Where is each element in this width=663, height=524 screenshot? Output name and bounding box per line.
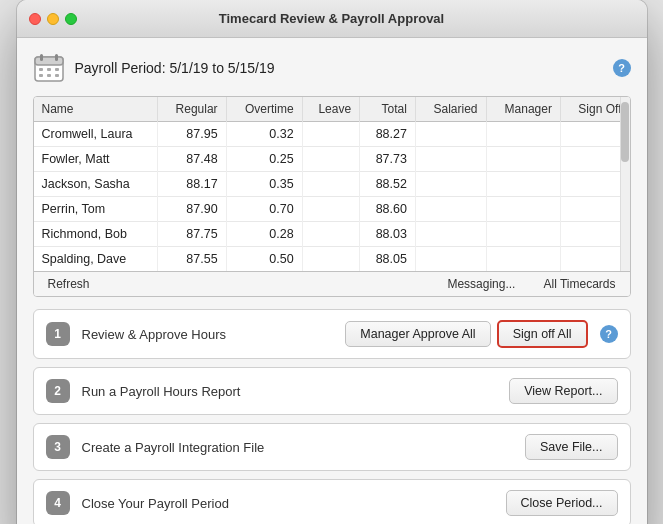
cell-salaried: [415, 122, 486, 147]
table-wrapper: Name Regular Overtime Leave Total Salari…: [34, 97, 630, 271]
table-row: Spalding, Dave 87.55 0.50 88.05: [34, 247, 630, 272]
cell-leave: [302, 147, 359, 172]
cell-total: 88.27: [360, 122, 416, 147]
content-area: Payroll Period: 5/1/19 to 5/15/19 ? Name…: [17, 38, 647, 524]
cell-name: Fowler, Matt: [34, 147, 158, 172]
calendar-icon: [33, 52, 65, 84]
cell-manager: [486, 147, 560, 172]
cell-salaried: [415, 222, 486, 247]
cell-leave: [302, 197, 359, 222]
step-1-buttons: Manager Approve AllSign off All?: [345, 320, 617, 348]
cell-manager: [486, 197, 560, 222]
svg-rect-9: [55, 74, 59, 77]
cell-name: Spalding, Dave: [34, 247, 158, 272]
col-salaried: Salaried: [415, 97, 486, 122]
header-help-icon[interactable]: ?: [613, 59, 631, 77]
save-file-button[interactable]: Save File...: [525, 434, 618, 460]
main-window: Timecard Review & Payroll Approval Payro…: [17, 0, 647, 524]
step-2-badge: 2: [46, 379, 70, 403]
col-overtime: Overtime: [226, 97, 302, 122]
col-manager: Manager: [486, 97, 560, 122]
col-name: Name: [34, 97, 158, 122]
all-timecards-button[interactable]: All Timecards: [529, 272, 629, 296]
table-row: Jackson, Sasha 88.17 0.35 88.52: [34, 172, 630, 197]
cell-overtime: 0.35: [226, 172, 302, 197]
table-body: Cromwell, Laura 87.95 0.32 88.27 Fowler,…: [34, 122, 630, 272]
step-1-label: Review & Approve Hours: [82, 327, 346, 342]
cell-overtime: 0.25: [226, 147, 302, 172]
view-report-button[interactable]: View Report...: [509, 378, 617, 404]
svg-rect-3: [55, 54, 58, 61]
cell-leave: [302, 122, 359, 147]
cell-leave: [302, 172, 359, 197]
cell-salaried: [415, 197, 486, 222]
minimize-button[interactable]: [47, 13, 59, 25]
table-row: Richmond, Bob 87.75 0.28 88.03: [34, 222, 630, 247]
table-header-row: Name Regular Overtime Leave Total Salari…: [34, 97, 630, 122]
step-4-buttons: Close Period...: [506, 490, 618, 516]
cell-regular: 87.90: [158, 197, 226, 222]
cell-regular: 87.55: [158, 247, 226, 272]
messaging-button[interactable]: Messaging...: [433, 272, 529, 296]
employee-table-container: Name Regular Overtime Leave Total Salari…: [33, 96, 631, 297]
cell-total: 87.73: [360, 147, 416, 172]
payroll-period-text: Payroll Period: 5/1/19 to 5/15/19: [75, 60, 275, 76]
svg-rect-4: [39, 68, 43, 71]
cell-overtime: 0.50: [226, 247, 302, 272]
col-total: Total: [360, 97, 416, 122]
step-2-label: Run a Payroll Hours Report: [82, 384, 510, 399]
close-period-button[interactable]: Close Period...: [506, 490, 618, 516]
step-3-badge: 3: [46, 435, 70, 459]
steps-container: 1Review & Approve HoursManager Approve A…: [33, 309, 631, 524]
cell-salaried: [415, 247, 486, 272]
table-row: Perrin, Tom 87.90 0.70 88.60: [34, 197, 630, 222]
table-footer-right: Messaging... All Timecards: [433, 272, 629, 296]
step-1-badge: 1: [46, 322, 70, 346]
cell-salaried: [415, 147, 486, 172]
scrollbar-track[interactable]: [620, 97, 630, 271]
cell-leave: [302, 222, 359, 247]
sign-off-all-button[interactable]: Sign off All: [497, 320, 588, 348]
cell-salaried: [415, 172, 486, 197]
table-row: Fowler, Matt 87.48 0.25 87.73: [34, 147, 630, 172]
step-1-help-icon[interactable]: ?: [600, 325, 618, 343]
cell-regular: 87.75: [158, 222, 226, 247]
step-1-section: 1Review & Approve HoursManager Approve A…: [33, 309, 631, 359]
cell-total: 88.03: [360, 222, 416, 247]
cell-regular: 88.17: [158, 172, 226, 197]
cell-name: Richmond, Bob: [34, 222, 158, 247]
cell-regular: 87.48: [158, 147, 226, 172]
cell-name: Cromwell, Laura: [34, 122, 158, 147]
cell-manager: [486, 172, 560, 197]
refresh-button[interactable]: Refresh: [34, 272, 104, 296]
step-2-buttons: View Report...: [509, 378, 617, 404]
step-4-section: 4Close Your Payroll PeriodClose Period..…: [33, 479, 631, 524]
cell-manager: [486, 222, 560, 247]
cell-total: 88.05: [360, 247, 416, 272]
cell-overtime: 0.28: [226, 222, 302, 247]
step-4-label: Close Your Payroll Period: [82, 496, 506, 511]
step-4-badge: 4: [46, 491, 70, 515]
cell-name: Jackson, Sasha: [34, 172, 158, 197]
maximize-button[interactable]: [65, 13, 77, 25]
manager-approve-all-button[interactable]: Manager Approve All: [345, 321, 490, 347]
cell-leave: [302, 247, 359, 272]
step-3-buttons: Save File...: [525, 434, 618, 460]
table-row: Cromwell, Laura 87.95 0.32 88.27: [34, 122, 630, 147]
svg-rect-8: [47, 74, 51, 77]
svg-rect-7: [39, 74, 43, 77]
cell-total: 88.60: [360, 197, 416, 222]
col-leave: Leave: [302, 97, 359, 122]
cell-overtime: 0.32: [226, 122, 302, 147]
scrollbar-thumb[interactable]: [621, 102, 629, 162]
employee-table: Name Regular Overtime Leave Total Salari…: [34, 97, 630, 271]
step-3-label: Create a Payroll Integration File: [82, 440, 525, 455]
close-button[interactable]: [29, 13, 41, 25]
svg-rect-1: [35, 57, 63, 65]
svg-rect-2: [40, 54, 43, 61]
window-title: Timecard Review & Payroll Approval: [219, 11, 444, 26]
cell-manager: [486, 122, 560, 147]
cell-manager: [486, 247, 560, 272]
col-regular: Regular: [158, 97, 226, 122]
cell-regular: 87.95: [158, 122, 226, 147]
